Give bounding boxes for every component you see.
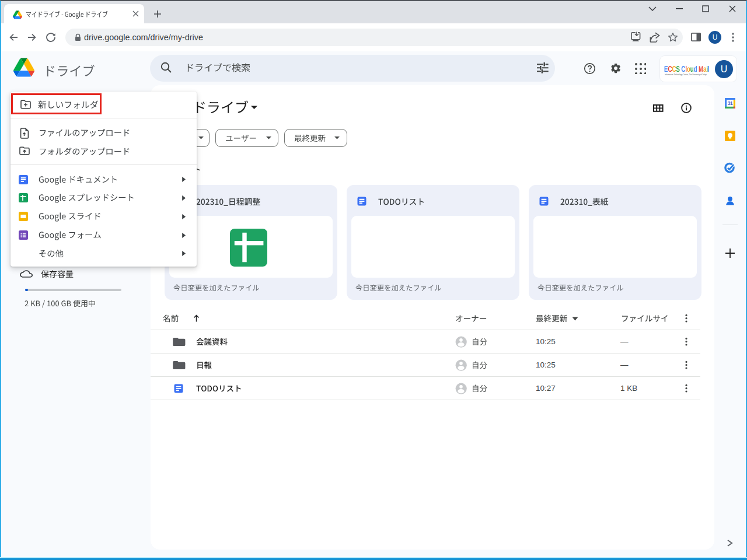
svg-text:31: 31 — [728, 100, 733, 106]
svg-text:Information Technology Center,: Information Technology Center, The Unive… — [665, 74, 707, 76]
